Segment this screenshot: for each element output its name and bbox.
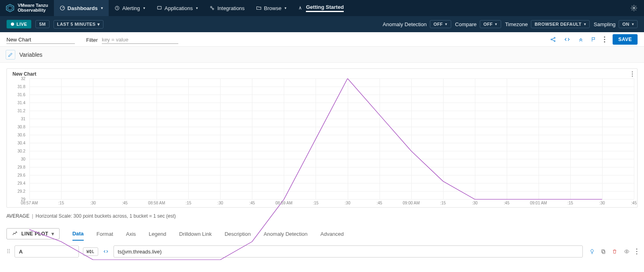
chevron-down-icon: ▾: [196, 6, 198, 10]
svg-point-14: [632, 72, 633, 72]
svg-marker-1: [8, 6, 12, 10]
top-nav: VMware TanzuObservability Dashboards▾ Al…: [0, 0, 644, 16]
more-vert-icon: [636, 248, 638, 255]
more-vert-icon: [604, 36, 605, 43]
filter-label: Filter: [86, 37, 98, 44]
svg-point-21: [636, 251, 638, 252]
brand: VMware TanzuObservability: [0, 0, 54, 16]
chevron-down-icon: ▾: [143, 6, 145, 10]
chevron-down-icon: ▾: [584, 22, 586, 26]
chevron-down-icon: ▾: [285, 6, 287, 10]
svg-point-12: [604, 39, 605, 40]
integrations-icon: [209, 5, 215, 11]
timezone-label: Timezone: [505, 21, 528, 27]
svg-point-9: [554, 37, 555, 38]
svg-point-11: [604, 36, 605, 37]
anomaly-dropdown[interactable]: OFF▾: [430, 20, 451, 28]
variables-row: Variables: [0, 47, 644, 63]
compare-dropdown[interactable]: OFF▾: [480, 20, 501, 28]
time-bar: LIVE 5M LAST 5 MINUTES▾ Anomaly Detectio…: [0, 16, 644, 32]
time-range-dropdown[interactable]: LAST 5 MINUTES▾: [54, 20, 103, 29]
svg-marker-0: [6, 4, 14, 12]
sampling-label: Sampling: [594, 21, 615, 27]
svg-point-20: [636, 249, 638, 250]
pencil-icon: [8, 52, 13, 58]
sampling-group: Sampling ON▾: [594, 20, 638, 28]
alert-icon: [114, 5, 120, 11]
drag-handle[interactable]: ⠿: [6, 248, 10, 255]
nav-applications[interactable]: Applications▾: [151, 0, 204, 16]
brand-logo-icon: [6, 4, 14, 12]
flag-button[interactable]: [591, 37, 597, 42]
chart-line: [29, 78, 634, 260]
anomaly-group: Anomaly Detection OFF▾: [383, 20, 451, 28]
apps-icon: [157, 5, 162, 11]
variables-label: Variables: [19, 52, 42, 58]
edit-header: New Chart Filter key = value SAVE: [0, 32, 644, 47]
svg-point-13: [604, 41, 605, 42]
svg-point-22: [636, 253, 638, 255]
more-vert-icon: [632, 71, 633, 77]
chart-title: New Chart: [7, 69, 637, 78]
chevron-down-icon: ▾: [97, 22, 100, 27]
nav-getting-started[interactable]: Getting Started: [292, 0, 349, 16]
query-more-button[interactable]: [636, 248, 638, 255]
compare-group: Compare OFF▾: [455, 20, 501, 28]
compare-label: Compare: [455, 21, 477, 27]
brand-text: VMware TanzuObservability: [18, 3, 48, 12]
chart-name-input[interactable]: New Chart: [6, 35, 75, 44]
dashboard-icon: [60, 5, 65, 11]
nav-integrations[interactable]: Integrations: [204, 0, 250, 16]
gear-icon: [630, 4, 638, 12]
svg-point-15: [632, 74, 633, 74]
svg-rect-4: [157, 6, 161, 9]
timezone-dropdown[interactable]: BROWSER DEFAULT▾: [531, 20, 590, 28]
chevron-down-icon: ▾: [495, 22, 497, 26]
code-icon: [564, 36, 571, 43]
share-icon: [550, 36, 556, 43]
sampling-dropdown[interactable]: ON▾: [619, 20, 638, 28]
line-plot-icon: [12, 231, 18, 237]
nav-alerting[interactable]: Alerting▾: [109, 0, 151, 16]
anomaly-label: Anomaly Detection: [383, 21, 427, 27]
timezone-group: Timezone BROWSER DEFAULT▾: [505, 20, 590, 28]
code-button[interactable]: [564, 36, 571, 43]
more-button[interactable]: [604, 36, 605, 43]
flag-icon: [591, 37, 597, 42]
chevron-down-icon: ▾: [101, 6, 103, 10]
run-icon: [298, 5, 303, 11]
x-axis: 08:57 AM:15:30:4508:58 AM:15:30:4508:59 …: [29, 200, 634, 207]
settings-button[interactable]: [624, 4, 644, 12]
chevron-down-icon: ▾: [632, 22, 634, 26]
nav-dashboards[interactable]: Dashboards▾: [54, 0, 109, 16]
chevron-down-icon: ▾: [445, 22, 447, 26]
filter-input[interactable]: key = value: [102, 35, 178, 44]
live-dot-icon: [11, 23, 14, 26]
folder-icon: [256, 5, 262, 11]
chart-menu-button[interactable]: [632, 71, 633, 77]
save-button[interactable]: SAVE: [613, 34, 638, 45]
share-button[interactable]: [550, 36, 556, 43]
svg-point-7: [633, 7, 635, 9]
quick-range-5m[interactable]: 5M: [35, 20, 49, 28]
svg-point-8: [551, 39, 552, 40]
chart-card: New Chart 3231.831.631.431.23130.830.630…: [6, 68, 638, 208]
y-axis: 3231.831.631.431.23130.830.630.430.23029…: [7, 78, 28, 199]
chart-plot[interactable]: 3231.831.631.431.23130.830.630.430.23029…: [7, 78, 637, 207]
live-toggle[interactable]: LIVE: [6, 20, 31, 29]
svg-point-10: [554, 40, 555, 41]
collapse-icon: [578, 37, 584, 42]
nav-browse[interactable]: Browse▾: [250, 0, 292, 16]
edit-variables-button[interactable]: [6, 50, 15, 60]
svg-point-16: [632, 76, 633, 76]
collapse-button[interactable]: [578, 37, 584, 42]
